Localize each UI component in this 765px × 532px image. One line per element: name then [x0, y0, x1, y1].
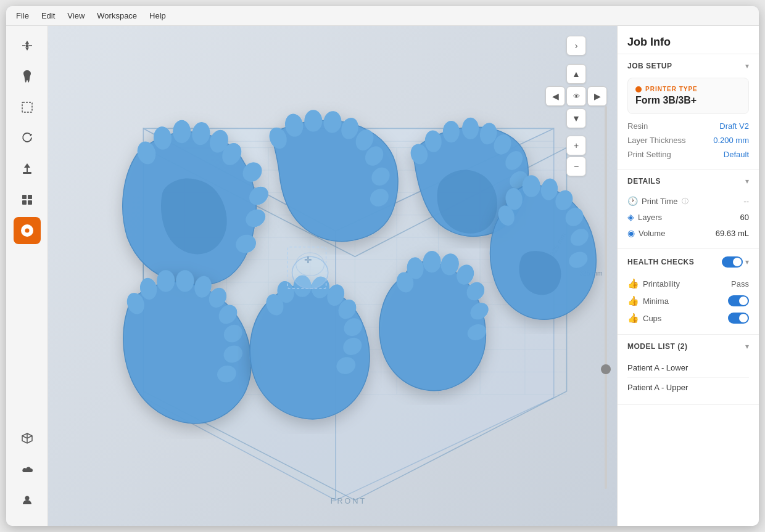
volume-icon: ◉	[627, 228, 635, 238]
app-window: File Edit View Workspace Help	[6, 6, 759, 526]
support-tool[interactable]	[14, 155, 41, 182]
model-item-patient-a-lower[interactable]: Patient A - Lower	[627, 358, 749, 378]
svg-point-74	[176, 270, 194, 292]
auto-orient-tool[interactable]	[14, 32, 41, 59]
minima-label: Minima	[643, 297, 669, 306]
menu-view[interactable]: View	[67, 11, 85, 20]
settings-tool[interactable]	[14, 217, 41, 244]
model-list-chevron: ▾	[745, 342, 749, 351]
svg-point-13	[25, 496, 29, 501]
svg-point-12	[25, 229, 29, 233]
viewport[interactable]: 325 mm	[48, 26, 617, 526]
model-list-header[interactable]: Model List (2) ▾	[618, 335, 759, 358]
print-time-info: ⓘ	[682, 197, 688, 206]
svg-point-0	[25, 44, 28, 47]
slider-thumb[interactable]	[601, 364, 611, 374]
svg-point-56	[304, 110, 322, 131]
printer-type-label: PRINTER TYPE	[635, 86, 741, 92]
svg-rect-10	[28, 200, 32, 205]
right-btn[interactable]: ▶	[587, 86, 607, 106]
menu-workspace[interactable]: Workspace	[97, 11, 137, 20]
nav-controls: › ▲ ◀ 👁 ▶ ▼ + −	[545, 36, 607, 176]
svg-point-65	[443, 121, 460, 142]
print-setting-row: Print Setting Default	[627, 147, 749, 162]
svg-rect-4	[23, 172, 31, 174]
resin-row: Resin Draft V2	[627, 119, 749, 133]
tooth-tool[interactable]	[14, 63, 41, 90]
layer-thickness-label: Layer Thickness	[627, 136, 685, 145]
left-toolbar	[6, 26, 48, 526]
menu-file[interactable]: File	[16, 11, 29, 20]
resin-value[interactable]: Draft V2	[719, 121, 749, 131]
printer-card: PRINTER TYPE Form 3B/3B+	[627, 78, 749, 114]
zoom-out-btn[interactable]: −	[566, 157, 586, 176]
down-btn[interactable]: ▼	[566, 108, 586, 128]
svg-marker-6	[24, 163, 30, 168]
menu-help[interactable]: Help	[149, 11, 166, 20]
zoom-in-btn[interactable]: +	[566, 136, 586, 155]
box-view-tool[interactable]	[14, 425, 41, 452]
details-header[interactable]: DETAILS ▾	[618, 170, 759, 193]
volume-item: ◉ Volume 69.63 mL	[627, 225, 749, 241]
minima-toggle[interactable]	[728, 295, 749, 306]
cups-label: Cups	[643, 314, 661, 323]
select-tool[interactable]	[14, 94, 41, 121]
svg-text:✛: ✛	[304, 255, 312, 265]
rotate-tool[interactable]	[14, 125, 41, 152]
health-chevron: ▾	[745, 258, 749, 266]
details-chevron: ▾	[745, 177, 749, 186]
job-setup-header[interactable]: JOB SETUP ▾	[618, 54, 759, 78]
svg-point-66	[462, 118, 479, 139]
job-setup-title: JOB SETUP	[627, 62, 672, 70]
print-time-icon: 🕐	[627, 196, 638, 206]
print-time-value: --	[743, 197, 749, 206]
layers-value: 60	[740, 213, 749, 222]
health-toggle[interactable]	[722, 256, 743, 268]
model-list-section: Model List (2) ▾ Patient A - Lower Patie…	[618, 335, 759, 405]
layers-icon: ◈	[627, 212, 634, 222]
svg-point-100	[523, 175, 540, 197]
panel-title: Job Info	[618, 26, 759, 54]
details-title: DETAILS	[627, 177, 661, 186]
print-time-label: Print Time	[642, 197, 678, 206]
svg-point-92	[423, 251, 441, 272]
printer-dot	[635, 86, 642, 92]
volume-value: 69.63 mL	[716, 229, 749, 238]
cloud-tool[interactable]	[14, 456, 41, 483]
job-setup-section: JOB SETUP ▾ PRINTER TYPE Form 3B/3B+ Res…	[618, 54, 759, 170]
expand-btn[interactable]: ›	[566, 36, 586, 55]
minima-row: 👍 Minima	[627, 292, 749, 309]
svg-point-73	[157, 270, 175, 292]
health-checks-section: Health Checks ▾ 👍 Printability Pass	[618, 249, 759, 335]
resin-label: Resin	[627, 121, 648, 131]
up-btn[interactable]: ▲	[566, 64, 586, 84]
job-setup-chevron: ▾	[745, 62, 749, 70]
layers-label: Layers	[638, 213, 662, 222]
user-avatar[interactable]	[14, 486, 41, 514]
print-setting-label: Print Setting	[627, 150, 671, 159]
left-btn[interactable]: ◀	[545, 86, 565, 106]
printer-name: Form 3B/3B+	[635, 95, 741, 106]
layout-tool[interactable]	[14, 186, 41, 213]
model-item-patient-a-upper[interactable]: Patient A - Upper	[627, 378, 749, 397]
svg-rect-9	[22, 200, 27, 205]
svg-point-46	[173, 120, 191, 143]
layers-item: ◈ Layers 60	[627, 209, 749, 225]
view-btn[interactable]: 👁	[566, 86, 586, 106]
vertical-slider[interactable]	[605, 106, 607, 489]
cups-row: 👍 Cups	[627, 309, 749, 327]
cups-toggle[interactable]	[728, 313, 749, 324]
printability-icon: 👍	[627, 278, 639, 289]
print-setting-value[interactable]: Default	[724, 150, 749, 159]
right-panel: Job Info JOB SETUP ▾ PRINTER TYPE Form 3…	[617, 26, 759, 526]
health-checks-header[interactable]: Health Checks ▾	[618, 249, 759, 275]
model-list-title: Model List (2)	[627, 342, 687, 351]
details-section: DETAILS ▾ 🕐 Print Time ⓘ -- ◈	[618, 170, 759, 249]
cups-icon: 👍	[627, 313, 639, 324]
printability-row: 👍 Printability Pass	[627, 275, 749, 292]
svg-rect-8	[28, 195, 32, 199]
menu-edit[interactable]: Edit	[41, 11, 55, 20]
svg-rect-3	[22, 102, 32, 112]
svg-rect-7	[22, 195, 27, 199]
layer-thickness-value[interactable]: 0.200 mm	[713, 136, 749, 145]
